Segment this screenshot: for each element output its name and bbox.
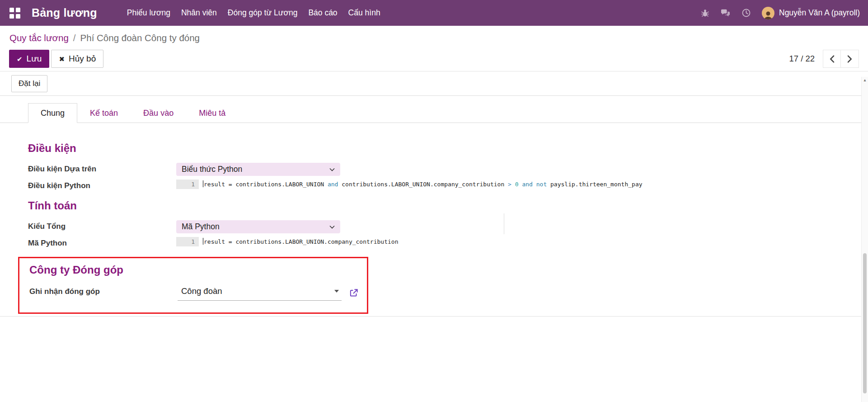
pager-previous-button[interactable] xyxy=(823,50,841,68)
contribution-register-widget: Công đoàn xyxy=(178,285,359,301)
code-line[interactable]: result = contributions.LABOR_UNION and c… xyxy=(199,180,643,189)
messages-icon[interactable] xyxy=(720,9,731,18)
close-icon: ✖ xyxy=(59,56,65,62)
python-code-editor[interactable]: 1 result = contributions.LABOR_UNION.com… xyxy=(176,237,398,246)
main-menu: Phiếu lương Nhân viên Đóng góp từ Lương … xyxy=(127,6,380,19)
contribution-register-label: Ghi nhận đóng góp xyxy=(29,285,178,296)
record-pager: 17 / 22 xyxy=(789,50,859,68)
user-menu[interactable]: Nguyễn Văn A (payroll) xyxy=(762,7,860,19)
top-navbar: Bảng lương Phiếu lương Nhân viên Đóng gó… xyxy=(0,0,868,26)
menu-item-cau-hinh[interactable]: Cấu hình xyxy=(348,6,380,19)
discard-button-label: Hủy bỏ xyxy=(69,54,96,64)
user-avatar xyxy=(762,7,774,19)
chevron-down-icon xyxy=(329,168,335,171)
form-body: Điều kiện Điều kiện Dựa trên Biểu thức P… xyxy=(0,123,868,314)
line-number: 1 xyxy=(176,237,199,246)
section-title-cong-ty-dong-gop: Công ty Đóng góp xyxy=(29,264,367,276)
scrollbar-thumb[interactable] xyxy=(863,253,867,393)
contribution-register-value: Công đoàn xyxy=(181,286,222,296)
field-row-condition-based-on: Điều kiện Dựa trên Biểu thức Python xyxy=(28,163,868,176)
tab-ke-toan[interactable]: Kế toán xyxy=(77,103,131,123)
discard-button[interactable]: ✖ Hủy bỏ xyxy=(51,50,103,68)
field-row-python-code: Mã Python 1 result = contributions.LABOR… xyxy=(28,237,868,248)
control-panel: ✔ Lưu ✖ Hủy bỏ 17 / 22 xyxy=(0,50,868,71)
chevron-left-icon xyxy=(830,55,835,63)
chevron-right-icon xyxy=(847,55,852,63)
bug-icon[interactable] xyxy=(701,9,709,17)
breadcrumb-current: Phí Công đoàn Công ty đóng xyxy=(80,33,200,43)
save-button[interactable]: ✔ Lưu xyxy=(9,50,49,68)
annotation-highlight-box: Công ty Đóng góp Ghi nhận đóng góp Công … xyxy=(18,257,368,314)
statusbar: Đặt lại xyxy=(0,71,868,96)
code-line[interactable]: result = contributions.LABOR_UNION.compa… xyxy=(199,237,398,246)
field-row-condition-python: Điều kiện Python 1 result = contribution… xyxy=(28,180,868,190)
check-icon: ✔ xyxy=(17,56,23,62)
amount-type-select[interactable]: Mã Python xyxy=(176,220,340,233)
tab-dau-vao[interactable]: Đầu vào xyxy=(131,103,186,123)
amount-type-label: Kiểu Tổng xyxy=(28,220,176,231)
app-name: Bảng lương xyxy=(32,6,97,19)
tab-chung[interactable]: Chung xyxy=(28,103,77,123)
breadcrumb-parent-link[interactable]: Quy tắc lương xyxy=(9,33,69,43)
condition-python-editor[interactable]: 1 result = contributions.LABOR_UNION and… xyxy=(176,180,643,189)
vertical-scrollbar[interactable]: ▴ xyxy=(861,77,868,402)
python-code-label: Mã Python xyxy=(28,237,176,248)
navbar-right: Nguyễn Văn A (payroll) xyxy=(701,7,860,19)
contribution-register-field[interactable]: Công đoàn xyxy=(178,285,342,301)
scroll-up-arrow[interactable]: ▴ xyxy=(862,77,868,83)
menu-item-phieu-luong[interactable]: Phiếu lương xyxy=(127,6,170,19)
condition-based-on-value: Biểu thức Python xyxy=(182,165,242,174)
section-title-tinh-toan: Tính toán xyxy=(28,199,868,212)
field-row-contribution-register: Ghi nhận đóng góp Công đoàn xyxy=(29,285,367,301)
amount-type-value: Mã Python xyxy=(182,222,220,232)
form-column-divider xyxy=(504,213,504,234)
menu-item-bao-cao[interactable]: Báo cáo xyxy=(308,6,337,19)
apps-grid-icon xyxy=(9,8,20,19)
condition-based-on-label: Điều kiện Dựa trên xyxy=(28,163,176,174)
chevron-down-icon xyxy=(329,225,335,229)
breadcrumb-separator: / xyxy=(73,33,76,43)
external-link-icon[interactable] xyxy=(349,288,359,298)
save-button-label: Lưu xyxy=(27,54,42,64)
pager-next-button[interactable] xyxy=(841,50,859,68)
form-sheet: Chung Kế toán Đầu vào Miêu tả Điều kiện … xyxy=(0,96,868,317)
menu-item-dong-gop-tu-luong[interactable]: Đóng góp từ Lương xyxy=(228,6,298,19)
dropdown-caret-icon xyxy=(334,290,339,293)
apps-menu-button[interactable] xyxy=(8,6,22,20)
section-title-dieu-kien: Điều kiện xyxy=(28,142,868,155)
field-row-amount-type: Kiểu Tổng Mã Python xyxy=(28,220,868,233)
tab-mieu-ta[interactable]: Miêu tả xyxy=(186,103,238,123)
breadcrumb: Quy tắc lương / Phí Công đoàn Công ty đó… xyxy=(0,26,868,50)
line-number: 1 xyxy=(176,180,199,189)
notebook-tabs: Chung Kế toán Đầu vào Miêu tả xyxy=(0,96,868,123)
user-name: Nguyễn Văn A (payroll) xyxy=(779,8,860,18)
menu-item-nhan-vien[interactable]: Nhân viên xyxy=(181,6,217,19)
reset-button[interactable]: Đặt lại xyxy=(11,75,47,92)
activity-clock-icon[interactable] xyxy=(741,8,751,18)
pager-value: 17 / 22 xyxy=(789,54,815,64)
pager-buttons xyxy=(823,50,859,68)
condition-python-label: Điều kiện Python xyxy=(28,180,176,190)
condition-based-on-select[interactable]: Biểu thức Python xyxy=(176,163,340,176)
